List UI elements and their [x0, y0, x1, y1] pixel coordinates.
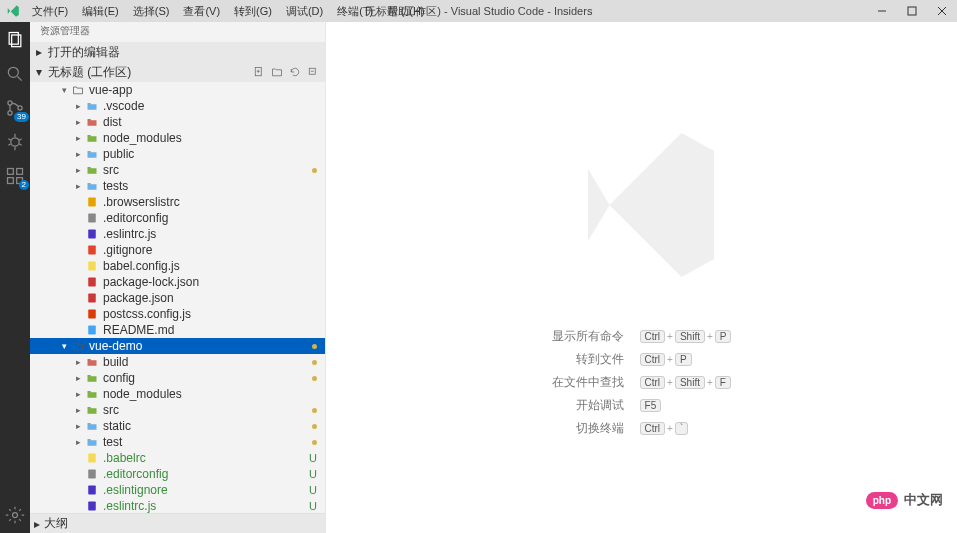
shortcut-keys: F5 — [632, 394, 740, 417]
svg-point-9 — [8, 111, 12, 115]
tree-item-label: package-lock.json — [103, 275, 199, 289]
refresh-icon[interactable] — [289, 66, 301, 78]
file-icon — [84, 467, 100, 481]
watermark-logo: php 中文网 — [866, 491, 943, 509]
file-icon — [84, 195, 100, 209]
git-modified-indicator — [312, 168, 317, 173]
folder-icon — [84, 387, 100, 401]
key: F5 — [640, 399, 662, 412]
file-row[interactable]: .editorconfigU — [30, 466, 325, 482]
svg-line-16 — [19, 144, 21, 146]
file-icon — [84, 307, 100, 321]
file-row[interactable]: README.md — [30, 322, 325, 338]
new-folder-icon[interactable] — [271, 66, 283, 78]
shortcut-label: 在文件中查找 — [544, 371, 632, 394]
git-modified-indicator — [312, 408, 317, 413]
svg-point-10 — [18, 106, 22, 110]
file-icon — [84, 499, 100, 513]
shortcut-row: 显示所有命令Ctrl+Shift+P — [544, 325, 740, 348]
folder-row[interactable]: ▸test — [30, 434, 325, 450]
file-icon — [84, 227, 100, 241]
chevron-right-icon: ▸ — [72, 165, 84, 175]
folder-row[interactable]: ▸static — [30, 418, 325, 434]
svg-rect-29 — [88, 214, 96, 223]
svg-rect-18 — [8, 169, 14, 175]
git-modified-indicator — [312, 440, 317, 445]
file-row[interactable]: .browserslistrc — [30, 194, 325, 210]
git-modified-indicator — [312, 360, 317, 365]
file-row[interactable]: package.json — [30, 290, 325, 306]
folder-row[interactable]: ▸node_modules — [30, 130, 325, 146]
folder-row[interactable]: ▸src — [30, 162, 325, 178]
file-row[interactable]: .gitignore — [30, 242, 325, 258]
chevron-right-icon: ▸ — [72, 117, 84, 127]
close-button[interactable] — [927, 0, 957, 22]
menu-item[interactable]: 编辑(E) — [82, 4, 119, 19]
folder-row[interactable]: ▸tests — [30, 178, 325, 194]
folder-row[interactable]: ▸node_modules — [30, 386, 325, 402]
search-icon[interactable] — [3, 62, 27, 86]
menu-item[interactable]: 转到(G) — [234, 4, 272, 19]
file-icon — [84, 451, 100, 465]
svg-line-7 — [18, 77, 22, 81]
shortcut-keys: Ctrl+Shift+P — [632, 325, 740, 348]
folder-row[interactable]: ▸src — [30, 402, 325, 418]
minimize-button[interactable] — [867, 0, 897, 22]
source-control-icon[interactable]: 39 — [3, 96, 27, 120]
settings-gear-icon[interactable] — [3, 503, 27, 527]
svg-rect-35 — [88, 310, 96, 319]
shortcut-keys: Ctrl+` — [632, 417, 740, 440]
key: P — [715, 330, 732, 343]
git-untracked-indicator: U — [309, 484, 317, 496]
menu-item[interactable]: 文件(F) — [32, 4, 68, 19]
tree-item-label: .browserslistrc — [103, 195, 180, 209]
folder-icon — [84, 179, 100, 193]
file-row[interactable]: .eslintrc.js — [30, 226, 325, 242]
file-row[interactable]: .editorconfig — [30, 210, 325, 226]
chevron-down-icon: ▾ — [34, 65, 44, 79]
workspace-header[interactable]: ▾ 无标题 (工作区) — [30, 62, 325, 82]
folder-row[interactable]: ▾vue-demo — [30, 338, 325, 354]
file-row[interactable]: package-lock.json — [30, 274, 325, 290]
menu-item[interactable]: 查看(V) — [183, 4, 220, 19]
new-file-icon[interactable] — [253, 66, 265, 78]
debug-icon[interactable] — [3, 130, 27, 154]
shortcut-label: 显示所有命令 — [544, 325, 632, 348]
file-row[interactable]: babel.config.js — [30, 258, 325, 274]
file-icon — [84, 275, 100, 289]
folder-icon — [84, 163, 100, 177]
file-tree[interactable]: ▾vue-app▸.vscode▸dist▸node_modules▸publi… — [30, 82, 325, 513]
file-row[interactable]: .eslintrc.jsU — [30, 498, 325, 513]
tree-item-label: .eslintrc.js — [103, 499, 156, 513]
window-title: 无标题 (工作区) - Visual Studio Code - Insider… — [365, 4, 593, 19]
file-row[interactable]: .babelrcU — [30, 450, 325, 466]
folder-icon — [84, 99, 100, 113]
folder-row[interactable]: ▸config — [30, 370, 325, 386]
tree-item-label: .gitignore — [103, 243, 152, 257]
open-editors-header[interactable]: ▸ 打开的编辑器 — [30, 42, 325, 62]
folder-row[interactable]: ▸public — [30, 146, 325, 162]
maximize-button[interactable] — [897, 0, 927, 22]
outline-label: 大纲 — [44, 515, 68, 532]
tree-item-label: public — [103, 147, 134, 161]
collapse-all-icon[interactable] — [307, 66, 319, 78]
menu-item[interactable]: 调试(D) — [286, 4, 323, 19]
folder-row[interactable]: ▸dist — [30, 114, 325, 130]
file-row[interactable]: postcss.config.js — [30, 306, 325, 322]
folder-row[interactable]: ▸.vscode — [30, 98, 325, 114]
folder-row[interactable]: ▸build — [30, 354, 325, 370]
extensions-icon[interactable]: 2 — [3, 164, 27, 188]
svg-point-11 — [11, 138, 19, 146]
file-row[interactable]: .eslintignoreU — [30, 482, 325, 498]
svg-line-15 — [8, 144, 11, 146]
folder-row[interactable]: ▾vue-app — [30, 82, 325, 98]
menu-item[interactable]: 选择(S) — [133, 4, 170, 19]
outline-header[interactable]: ▸ 大纲 — [30, 513, 325, 533]
folder-icon — [70, 339, 86, 353]
folder-icon — [84, 355, 100, 369]
shortcut-keys: Ctrl+P — [632, 348, 740, 371]
git-modified-indicator — [312, 344, 317, 349]
file-icon — [84, 323, 100, 337]
scm-badge: 39 — [14, 112, 29, 122]
explorer-icon[interactable] — [3, 28, 27, 52]
